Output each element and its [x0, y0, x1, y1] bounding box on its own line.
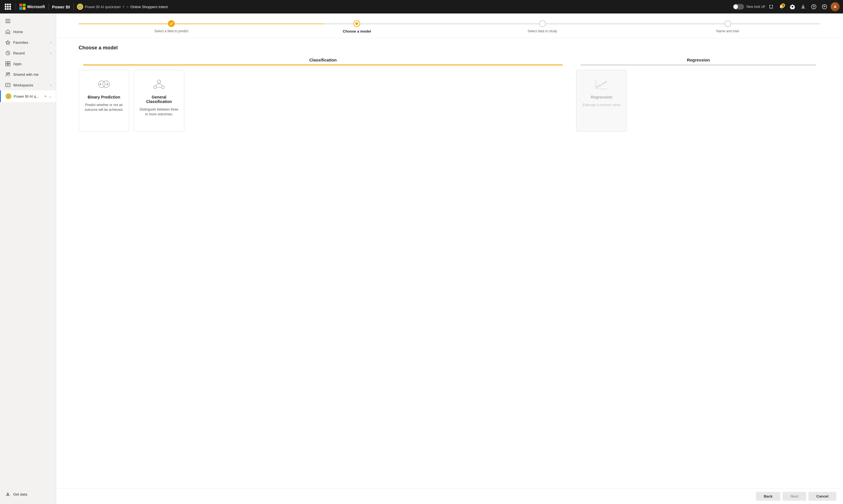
back-button[interactable]: Back [756, 492, 780, 501]
general-classification-card[interactable]: General Classification Distinguish betwe… [134, 70, 184, 132]
stepper-step-2[interactable]: Choose a model [264, 20, 449, 33]
home-icon [5, 29, 11, 34]
sidebar-item-label: Recent [13, 51, 48, 55]
main-layout: Home Favorites › Recent › Apps [0, 0, 843, 504]
svg-point-17 [8, 96, 9, 97]
download-button[interactable] [798, 2, 808, 11]
sidebar-item-recent[interactable]: Recent › [0, 48, 56, 58]
new-look-label: New look off [746, 5, 765, 9]
svg-point-4 [822, 4, 827, 9]
step-label-3: Select data to study [528, 29, 557, 33]
microsoft-logo[interactable]: Microsoft [19, 4, 45, 10]
feedback-button[interactable] [820, 2, 829, 11]
sidebar: Home Favorites › Recent › Apps [0, 14, 56, 504]
sidebar-item-label: Workspaces [13, 83, 48, 87]
notifications-button[interactable]: 1 [777, 2, 786, 11]
stepper-step-3[interactable]: Select data to study [450, 20, 635, 33]
svg-rect-11 [6, 64, 7, 66]
svg-rect-15 [6, 83, 10, 87]
breadcrumb: Power BI AI quickstart ✦ > Online Shoppe… [77, 4, 730, 10]
svg-point-14 [8, 73, 10, 74]
regression-name: Regression [591, 95, 612, 100]
svg-line-25 [155, 83, 159, 86]
svg-rect-7 [5, 22, 11, 23]
new-look-toggle[interactable] [733, 4, 744, 10]
step-active-dot [355, 22, 358, 25]
get-data-icon [5, 492, 11, 497]
footer: Back Next Cancel [56, 488, 843, 504]
classification-header: Classification [79, 57, 567, 66]
workspace-item-label: Power BI AI q... [14, 94, 42, 98]
main-content: Select a field to predict Choose a model… [56, 14, 843, 504]
waffle-menu-button[interactable] [3, 2, 12, 11]
settings-button[interactable] [788, 2, 797, 11]
classification-category: Classification [79, 57, 567, 132]
sidebar-item-home[interactable]: Home [0, 26, 56, 37]
breadcrumb-item-1[interactable]: Power BI AI quickstart [85, 5, 121, 9]
sidebar-item-get-data[interactable]: Get data [0, 489, 56, 500]
step-circle-3 [539, 20, 546, 27]
regression-category: Regression [576, 57, 821, 132]
chevron-down-icon: ⌄ [49, 94, 51, 98]
regression-icon [594, 77, 609, 91]
menu-icon [5, 19, 11, 23]
svg-point-1 [80, 6, 81, 7]
binary-prediction-desc: Predict whether or not an outcome will b… [83, 103, 124, 112]
apps-icon [5, 61, 11, 66]
sidebar-item-shared[interactable]: Shared with me [0, 69, 56, 80]
breadcrumb-item-2[interactable]: Online Shoppers Intent [130, 5, 168, 9]
model-categories: Classification [79, 57, 821, 132]
svg-point-24 [161, 86, 164, 89]
regression-desc: Estimate a numeric value [583, 103, 620, 107]
workspace-icon [5, 83, 11, 88]
sidebar-toggle-button[interactable] [0, 16, 56, 26]
sidebar-item-label: Get data [13, 492, 51, 497]
user-avatar[interactable]: A [831, 2, 840, 11]
sidebar-item-workspaces[interactable]: Workspaces › [0, 80, 56, 90]
help-button[interactable]: ? [809, 2, 818, 11]
topbar-divider [16, 3, 16, 10]
sidebar-item-apps[interactable]: Apps [0, 58, 56, 69]
star-icon [5, 40, 11, 45]
workspace-item-diamond-icon: ✦ [44, 94, 47, 98]
stepper-step-4[interactable]: Name and train [635, 20, 821, 33]
sidebar-item-label: Shared with me [13, 72, 51, 77]
regression-title: Regression [687, 57, 710, 62]
general-classification-desc: Distinguish between three or more outcom… [138, 107, 179, 117]
step-circle-2 [354, 20, 360, 27]
svg-point-22 [157, 80, 161, 83]
svg-text:?: ? [813, 5, 815, 9]
toggle-knob [734, 4, 738, 9]
stepper-container: Select a field to predict Choose a model… [56, 14, 843, 38]
classification-line [83, 65, 563, 66]
topbar-right: New look off 1 ? A [733, 2, 840, 11]
stepper-step-1[interactable]: Select a field to predict [79, 20, 264, 33]
general-classification-name: General Classification [138, 95, 179, 104]
app-name: Power BI [52, 4, 70, 9]
regression-card: Regression Estimate a numeric value [576, 70, 627, 132]
classification-title: Classification [309, 57, 337, 62]
binary-prediction-name: Binary Prediction [88, 95, 120, 100]
step-circle-4 [724, 20, 731, 27]
sidebar-bottom: Get data [0, 487, 56, 502]
ms-logo-text: Microsoft [27, 4, 45, 9]
sidebar-item-label: Apps [13, 62, 51, 66]
expand-icon-button[interactable] [767, 2, 776, 11]
chevron-right-icon: › [50, 51, 51, 55]
sidebar-item-favorites[interactable]: Favorites › [0, 37, 56, 48]
page-title: Choose a model [79, 45, 821, 51]
svg-rect-9 [6, 61, 7, 64]
topbar-divider-3 [73, 3, 74, 10]
svg-rect-10 [8, 61, 10, 64]
next-button[interactable]: Next [782, 492, 806, 501]
svg-rect-5 [5, 19, 11, 20]
page-content: Choose a model Classification [56, 38, 843, 488]
regression-line [581, 65, 816, 66]
binary-prediction-icon [97, 77, 111, 91]
svg-rect-12 [8, 64, 10, 66]
binary-prediction-card[interactable]: Binary Prediction Predict whether or not… [79, 70, 129, 132]
cancel-button[interactable]: Cancel [808, 492, 836, 501]
stepper-steps: Select a field to predict Choose a model… [79, 20, 821, 33]
general-classification-icon [152, 77, 166, 91]
sidebar-item-power-bi-workspace[interactable]: Power BI AI q... ✦ ⌄ [0, 90, 56, 102]
